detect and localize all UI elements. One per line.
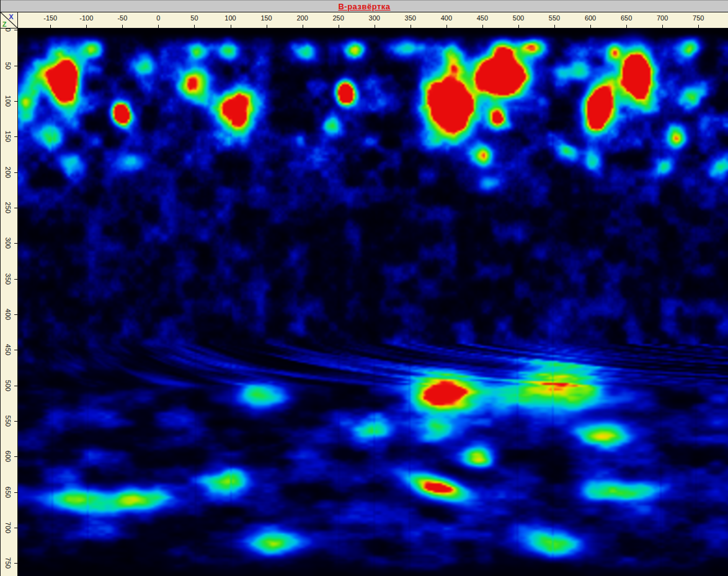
bscan-plot-canvas[interactable] [18,29,728,576]
z-tick-label: 500 [4,379,12,391]
x-tick-label: 400 [441,14,452,22]
z-tick-mark [14,456,17,457]
z-tick-mark [14,136,17,137]
x-tick-mark [411,25,411,28]
axis-corner: X Z [1,12,18,29]
x-axis-label: X [9,13,14,20]
z-tick-mark [14,66,17,66]
x-tick-label: 350 [405,14,416,22]
x-tick-mark [518,25,519,28]
x-tick-mark [482,25,483,28]
z-tick-mark [14,314,17,315]
x-tick-mark [446,25,447,28]
z-tick-label: 650 [4,486,12,497]
x-tick-label: -150 [43,14,57,22]
z-tick-label: 550 [4,415,12,427]
z-tick-label: 400 [4,309,12,320]
x-tick-label: 200 [296,14,308,22]
x-tick-mark [662,25,663,28]
z-tick-label: 50 [4,62,12,69]
z-tick-label: 200 [4,166,12,177]
x-tick-label: 550 [549,14,560,22]
z-tick-label: 100 [4,95,12,107]
x-tick-label: 750 [693,14,704,22]
x-tick-label: 300 [369,14,380,22]
z-tick-mark [14,492,17,493]
z-tick-label: 600 [4,451,12,462]
x-tick-mark [231,25,231,28]
z-tick-label: 150 [4,131,12,142]
x-tick-label: 0 [156,14,160,22]
z-tick-label: 0 [4,29,12,32]
x-tick-label: 500 [513,14,524,22]
z-tick-label: 300 [4,237,12,249]
bscan-window: В-развёртка X Z -150-100-500501001502002… [0,0,728,576]
x-tick-mark [375,25,375,28]
z-tick-mark [14,243,17,244]
z-tick-mark [14,172,17,173]
z-tick-mark [14,279,17,280]
x-axis-ruler: -150-100-5005010015020025030035040045050… [18,12,728,29]
x-tick-label: -50 [117,14,127,22]
x-tick-mark [698,25,699,28]
z-tick-mark [14,350,17,350]
x-tick-mark [554,25,555,28]
x-tick-label: 250 [332,14,344,22]
x-tick-label: 700 [657,14,668,22]
z-tick-mark [14,30,17,30]
x-tick-mark [267,25,267,28]
x-tick-mark [303,25,303,28]
x-tick-mark [194,25,195,28]
z-tick-mark [14,101,17,102]
z-tick-label: 450 [4,344,12,355]
axis-corner-divider: X Z [1,12,17,28]
z-tick-mark [14,528,17,528]
x-tick-mark [626,25,627,28]
x-tick-label: 100 [224,14,236,22]
z-tick-mark [14,208,17,208]
z-tick-label: 350 [4,273,12,284]
z-tick-mark [14,421,17,422]
x-tick-mark [339,25,339,28]
page-title: В-развёртка [338,2,390,11]
x-tick-label: -100 [79,14,93,22]
z-tick-mark [14,386,17,386]
axes-grid: X Z -150-100-500501001502002503003504004… [1,12,728,576]
x-tick-mark [86,25,87,28]
x-tick-label: 600 [585,14,596,22]
x-tick-mark [590,25,591,28]
z-tick-label: 700 [4,522,12,533]
x-tick-label: 50 [190,14,198,22]
z-tick-mark [14,563,17,564]
x-tick-label: 450 [477,14,488,22]
x-tick-label: 650 [621,14,632,22]
z-axis-ruler: 0501001502002503003504004505005506006507… [1,29,18,576]
x-tick-mark [158,25,159,28]
title-bar: В-развёртка [1,0,728,13]
z-tick-label: 750 [4,557,12,569]
x-tick-label: 150 [260,14,272,22]
z-axis-label: Z [2,20,7,28]
x-tick-mark [50,25,51,28]
z-tick-label: 250 [4,202,12,213]
x-tick-mark [122,25,123,28]
